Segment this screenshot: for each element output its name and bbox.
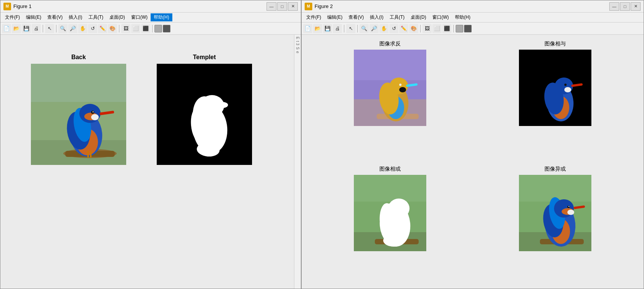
menu-window[interactable]: 窗口(W) — [128, 13, 151, 21]
f2-toolbar-sep4 — [453, 25, 454, 32]
back-image-svg — [31, 64, 126, 165]
figure2-grid: 图像求反 — [302, 35, 644, 289]
f2-toolbar-dark[interactable] — [464, 25, 472, 32]
svg-point-50 — [383, 234, 405, 247]
templet-image-svg — [157, 64, 252, 165]
svg-rect-16 — [90, 151, 92, 158]
figure1-window: M Figure 1 — □ ✕ 文件(F) 编辑(E) 查看(V) 插入(I)… — [0, 0, 301, 289]
figure1-close-button[interactable]: ✕ — [288, 2, 298, 11]
and-image — [519, 50, 591, 126]
cell-xor-label: 图像异或 — [544, 166, 566, 173]
f2-toolbar-select[interactable]: ↖ — [346, 24, 355, 33]
f2-menu-window[interactable]: 窗口(W) — [429, 13, 452, 21]
figure2-window: M Figure 2 — □ ✕ 文件(F) 编辑(E) 查看(V) 插入(I)… — [301, 0, 644, 289]
f2-toolbar-rotate[interactable]: ↺ — [389, 24, 398, 33]
f2-menu-insert[interactable]: 插入(I) — [367, 13, 386, 21]
svg-point-64 — [569, 206, 569, 207]
menu-help[interactable]: 帮助(H) — [151, 13, 172, 21]
f2-menu-edit[interactable]: 编辑(E) — [324, 13, 345, 21]
toolbar-new[interactable]: 📄 — [2, 24, 11, 33]
toolbar-zoom-out[interactable]: 🔎 — [68, 24, 77, 33]
figure1-titlebar: M Figure 1 — □ ✕ — [0, 0, 301, 13]
f2-toolbar-layout[interactable]: ⬜ — [432, 24, 442, 33]
toolbar-pan[interactable]: ✋ — [78, 24, 87, 33]
svg-rect-25 — [354, 50, 426, 80]
svg-point-63 — [567, 206, 570, 208]
figure1-panels: Back — [31, 54, 252, 166]
sidebar-char-t: t — [296, 41, 300, 42]
f2-menu-view[interactable]: 查看(V) — [345, 13, 367, 21]
figure1-panels-area: Back — [0, 35, 294, 289]
figure2-app-icon: M — [305, 3, 312, 10]
toolbar-layout2[interactable]: ⬛ — [141, 24, 150, 33]
cell-and-label: 图像相与 — [544, 40, 566, 47]
svg-point-31 — [390, 77, 408, 94]
f2-menu-desktop[interactable]: 桌面(D) — [408, 13, 429, 21]
templet-image — [157, 64, 252, 166]
toolbar-select[interactable]: ↖ — [45, 24, 54, 33]
f2-toolbar-zoom-out[interactable]: 🔎 — [369, 24, 379, 33]
svg-point-40 — [564, 87, 571, 92]
f2-menu-help[interactable]: 帮助(H) — [452, 13, 474, 21]
sidebar-char-s: S — [296, 47, 300, 50]
figure1-window-controls: — □ ✕ — [267, 2, 298, 11]
f2-toolbar-new[interactable]: 📄 — [303, 24, 312, 33]
f2-menu-tools[interactable]: 工具(T) — [387, 13, 408, 21]
toolbar-gray[interactable] — [154, 25, 162, 32]
f2-toolbar-color[interactable]: 🎨 — [409, 24, 418, 33]
templet-panel: Templet — [157, 54, 252, 166]
figure2-maximize-button[interactable]: □ — [620, 2, 630, 11]
toolbar-rotate[interactable]: ↺ — [88, 24, 97, 33]
f2-toolbar-zoom-in[interactable]: 🔍 — [360, 24, 369, 33]
toolbar-open[interactable]: 📂 — [12, 24, 21, 33]
f2-toolbar-gray[interactable] — [456, 25, 463, 32]
f2-toolbar-sep3 — [420, 25, 421, 32]
menu-desktop[interactable]: 桌面(D) — [106, 13, 128, 21]
svg-rect-1 — [31, 64, 126, 102]
figure2-minimize-button[interactable]: — — [609, 2, 619, 11]
toolbar-save[interactable]: 💾 — [22, 24, 31, 33]
figure2-menubar: 文件(F) 编辑(E) 查看(V) 插入(I) 工具(T) 桌面(D) 窗口(W… — [302, 13, 644, 23]
figure1-minimize-button[interactable]: — — [267, 2, 276, 11]
toolbar-layout[interactable]: ⬜ — [131, 24, 140, 33]
cell-and: 图像相与 — [475, 39, 636, 160]
toolbar-edit-plot[interactable]: ✏️ — [98, 24, 107, 33]
figure1-title: Figure 1 — [13, 3, 267, 9]
menu-insert[interactable]: 插入(I) — [66, 13, 85, 21]
f2-toolbar-edit-plot[interactable]: ✏️ — [399, 24, 408, 33]
f2-toolbar-save[interactable]: 💾 — [323, 24, 332, 33]
svg-point-11 — [91, 114, 99, 120]
f2-toolbar-print2[interactable]: 🖼 — [422, 24, 432, 33]
f2-toolbar-pan[interactable]: ✋ — [379, 24, 389, 33]
xor-image — [519, 175, 591, 251]
figure2-close-button[interactable]: ✕ — [631, 2, 641, 11]
cell-xor: 图像异或 — [475, 164, 636, 285]
figure1-maximize-button[interactable]: □ — [277, 2, 287, 11]
or-image — [354, 175, 426, 251]
f2-toolbar-open[interactable]: 📂 — [313, 24, 322, 33]
svg-point-20 — [217, 102, 228, 108]
figure2-content: 图像求反 — [302, 35, 644, 289]
svg-point-42 — [564, 84, 567, 86]
menu-tools[interactable]: 工具(T) — [85, 13, 106, 21]
menu-view[interactable]: 查看(V) — [44, 13, 66, 21]
f2-toolbar-layout2[interactable]: ⬛ — [442, 24, 451, 33]
toolbar-dark[interactable] — [163, 25, 170, 32]
f2-toolbar-print[interactable]: 🖨 — [333, 24, 342, 33]
toolbar-print[interactable]: 🖨 — [32, 24, 41, 33]
svg-rect-44 — [354, 175, 426, 202]
menu-edit[interactable]: 编辑(E) — [23, 13, 44, 21]
f2-toolbar-sep2 — [357, 25, 358, 32]
svg-point-34 — [399, 84, 401, 86]
figure1-app-icon: M — [3, 3, 11, 10]
menu-file[interactable]: 文件(F) — [2, 13, 23, 21]
cell-or-label: 图像相或 — [379, 166, 401, 173]
toolbar-color[interactable]: 🎨 — [108, 24, 117, 33]
toolbar-zoom-in[interactable]: 🔍 — [58, 24, 67, 33]
figure1-menubar: 文件(F) 编辑(E) 查看(V) 插入(I) 工具(T) 桌面(D) 窗口(W… — [0, 13, 301, 23]
f2-menu-file[interactable]: 文件(F) — [303, 13, 324, 21]
figure1-content: Back — [0, 35, 301, 289]
svg-rect-15 — [87, 151, 89, 158]
toolbar-print2[interactable]: 🖼 — [121, 24, 130, 33]
f2-toolbar-sep1 — [344, 25, 344, 32]
